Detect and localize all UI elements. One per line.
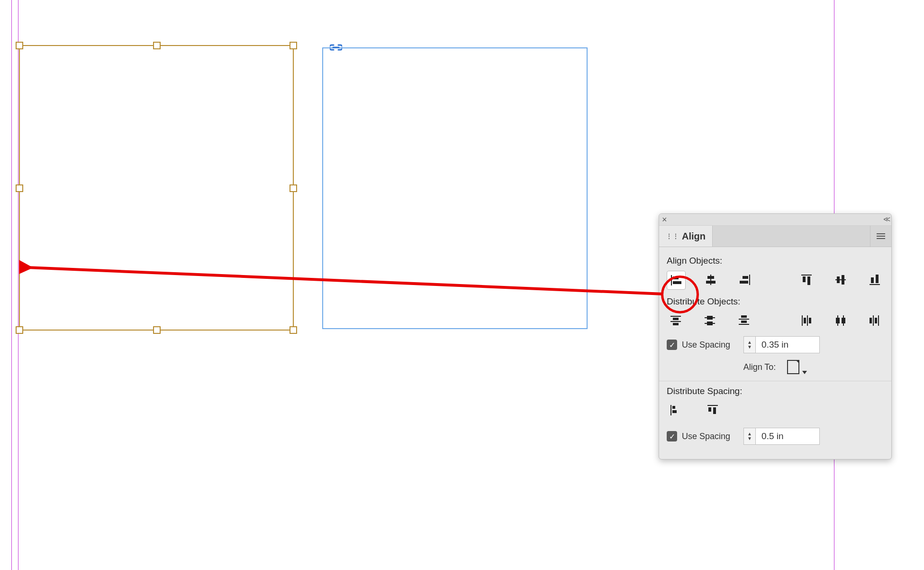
svg-rect-6 bbox=[749, 275, 750, 285]
panel-titlebar[interactable]: × << bbox=[659, 214, 891, 226]
svg-rect-23 bbox=[707, 316, 713, 320]
distribute-vertical-centers-button[interactable] bbox=[701, 312, 719, 330]
dist-left-icon bbox=[800, 314, 813, 327]
section-divider bbox=[659, 381, 891, 381]
dist-bottom-icon bbox=[738, 314, 750, 327]
distribute-spacing2-input[interactable]: ▲▼ 0.5 in bbox=[743, 428, 820, 445]
align-hcenter-icon bbox=[705, 274, 717, 286]
align-right-icon bbox=[739, 274, 751, 286]
svg-rect-26 bbox=[741, 315, 747, 318]
svg-rect-39 bbox=[873, 315, 874, 326]
svg-rect-5 bbox=[706, 281, 716, 284]
dropdown-arrow-icon bbox=[802, 371, 807, 374]
use-spacing-checkbox-1[interactable]: ✓ bbox=[667, 340, 677, 350]
use-spacing-label-1: Use Spacing bbox=[682, 340, 730, 350]
spinner-icon-2[interactable]: ▲▼ bbox=[744, 428, 756, 444]
svg-rect-8 bbox=[740, 281, 748, 284]
close-icon[interactable]: × bbox=[662, 215, 667, 224]
tab-label: Align bbox=[682, 231, 706, 242]
dist-right-icon bbox=[869, 314, 881, 327]
svg-rect-27 bbox=[739, 319, 749, 320]
svg-rect-25 bbox=[707, 322, 713, 325]
svg-rect-41 bbox=[878, 315, 879, 326]
svg-rect-33 bbox=[809, 318, 811, 323]
svg-rect-16 bbox=[871, 277, 874, 283]
spinner-icon[interactable]: ▲▼ bbox=[744, 337, 756, 353]
use-spacing-label-2: Use Spacing bbox=[682, 432, 730, 441]
distribute-left-edges-button[interactable] bbox=[797, 312, 815, 330]
panel-menu-button[interactable] bbox=[870, 226, 891, 247]
tab-grip-icon: ⋮⋮ bbox=[666, 232, 679, 240]
svg-rect-40 bbox=[875, 318, 877, 323]
align-top-edges-button[interactable] bbox=[797, 271, 815, 289]
align-objects-row bbox=[667, 271, 884, 290]
margin-guide-left-inner bbox=[18, 0, 18, 570]
svg-rect-38 bbox=[870, 318, 872, 323]
dist-hcenter-icon bbox=[834, 314, 847, 327]
svg-rect-37 bbox=[842, 318, 845, 323]
handle-top-right[interactable] bbox=[290, 42, 297, 49]
svg-rect-44 bbox=[672, 406, 675, 409]
align-horizontal-centers-button[interactable] bbox=[702, 271, 720, 289]
distribute-spacing2-value[interactable]: 0.5 in bbox=[756, 428, 819, 444]
align-objects-label: Align Objects: bbox=[667, 256, 884, 266]
dist-vspace-icon bbox=[669, 404, 682, 417]
svg-rect-31 bbox=[804, 318, 806, 323]
align-to-page-icon bbox=[787, 360, 799, 374]
thread-link-icon[interactable] bbox=[330, 43, 342, 55]
svg-line-48 bbox=[27, 267, 663, 294]
align-right-edges-button[interactable] bbox=[736, 271, 754, 289]
svg-rect-28 bbox=[741, 321, 747, 323]
handle-bottom-right[interactable] bbox=[290, 326, 297, 334]
handle-mid-right[interactable] bbox=[290, 184, 297, 192]
align-vertical-centers-button[interactable] bbox=[832, 271, 850, 289]
handle-top-left[interactable] bbox=[16, 42, 23, 49]
handle-bottom-mid[interactable] bbox=[153, 326, 161, 334]
dist-top-icon bbox=[670, 314, 682, 327]
dist-hspace-icon bbox=[706, 404, 719, 417]
svg-rect-10 bbox=[803, 276, 806, 282]
distribute-spacing-label: Distribute Spacing: bbox=[667, 386, 884, 396]
handle-bottom-left[interactable] bbox=[16, 326, 23, 334]
collapse-panel-icon[interactable]: << bbox=[883, 215, 888, 224]
use-spacing-checkbox-2[interactable]: ✓ bbox=[667, 431, 677, 441]
dist-vcenter-icon bbox=[704, 314, 716, 327]
distribute-spacing-input[interactable]: ▲▼ 0.35 in bbox=[743, 336, 820, 353]
align-bottom-icon bbox=[869, 274, 881, 286]
align-bottom-edges-button[interactable] bbox=[866, 271, 884, 289]
distribute-objects-label: Distribute Objects: bbox=[667, 296, 884, 307]
align-to-dropdown[interactable] bbox=[787, 360, 807, 374]
margin-guide-left-outer bbox=[11, 0, 12, 570]
tab-align[interactable]: ⋮⋮ Align bbox=[659, 226, 713, 247]
svg-rect-46 bbox=[708, 407, 711, 412]
svg-rect-9 bbox=[801, 275, 812, 276]
svg-rect-14 bbox=[842, 275, 844, 285]
distribute-spacing-value[interactable]: 0.35 in bbox=[756, 337, 819, 353]
distribute-vertical-space-button[interactable] bbox=[667, 401, 685, 419]
svg-rect-19 bbox=[673, 318, 679, 320]
distribute-horizontal-space-button[interactable] bbox=[704, 401, 722, 419]
svg-rect-17 bbox=[876, 275, 879, 283]
distribute-bottom-edges-button[interactable] bbox=[735, 312, 753, 330]
svg-rect-47 bbox=[713, 407, 716, 414]
distribute-horizontal-centers-button[interactable] bbox=[832, 312, 850, 330]
svg-rect-32 bbox=[807, 315, 808, 326]
hamburger-icon bbox=[877, 236, 885, 237]
panel-body: Align Objects: bbox=[659, 247, 891, 459]
svg-rect-11 bbox=[807, 276, 810, 285]
annotation-arrow bbox=[19, 251, 668, 308]
svg-rect-35 bbox=[836, 318, 840, 323]
distribute-right-edges-button[interactable] bbox=[866, 312, 884, 330]
svg-rect-18 bbox=[670, 316, 681, 317]
svg-rect-13 bbox=[837, 276, 840, 283]
handle-top-mid[interactable] bbox=[153, 42, 161, 49]
handle-mid-left[interactable] bbox=[16, 184, 23, 192]
svg-rect-20 bbox=[670, 321, 681, 322]
use-spacing-row-1: ✓ Use Spacing ▲▼ 0.35 in bbox=[667, 336, 884, 353]
distribute-objects-row bbox=[667, 312, 884, 330]
align-to-row: Align To: bbox=[667, 360, 884, 374]
svg-rect-42 bbox=[670, 405, 671, 415]
svg-rect-45 bbox=[707, 405, 718, 406]
distribute-top-edges-button[interactable] bbox=[667, 312, 685, 330]
svg-rect-43 bbox=[672, 410, 677, 413]
